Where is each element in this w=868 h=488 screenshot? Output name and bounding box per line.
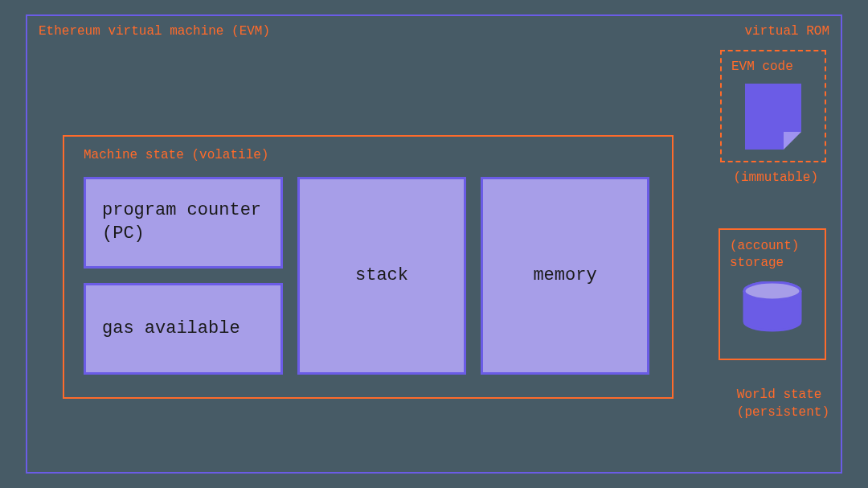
rom-code-label: EVM code (731, 59, 815, 74)
memory-cell: memory (481, 177, 649, 375)
storage-label-line2: storage (730, 256, 784, 270)
storage-label: (account) storage (730, 238, 815, 272)
svg-point-1 (744, 282, 800, 300)
storage-box: (account) storage (719, 228, 826, 360)
machine-state-contents: program counter (PC) gas available stack… (84, 177, 653, 375)
storage-label-line1: (account) (730, 239, 799, 253)
world-state-label: World state (persistent) (737, 386, 829, 422)
pc-cell: program counter (PC) (84, 177, 283, 269)
immutable-label: (immutable) (733, 170, 818, 185)
machine-state-title: Machine state (volatile) (84, 148, 653, 162)
rom-title: virtual ROM (744, 24, 829, 39)
evm-title: Ethereum virtual machine (EVM) (39, 24, 270, 39)
left-column: program counter (PC) gas available (84, 177, 283, 375)
rom-box: EVM code (720, 50, 826, 162)
page-icon (745, 84, 801, 150)
machine-state-box: Machine state (volatile) program counter… (63, 135, 674, 399)
world-state-line2: (persistent) (737, 405, 829, 420)
gas-cell: gas available (84, 283, 283, 375)
database-icon (743, 281, 802, 333)
stack-cell: stack (297, 177, 466, 375)
world-state-line1: World state (737, 388, 822, 402)
